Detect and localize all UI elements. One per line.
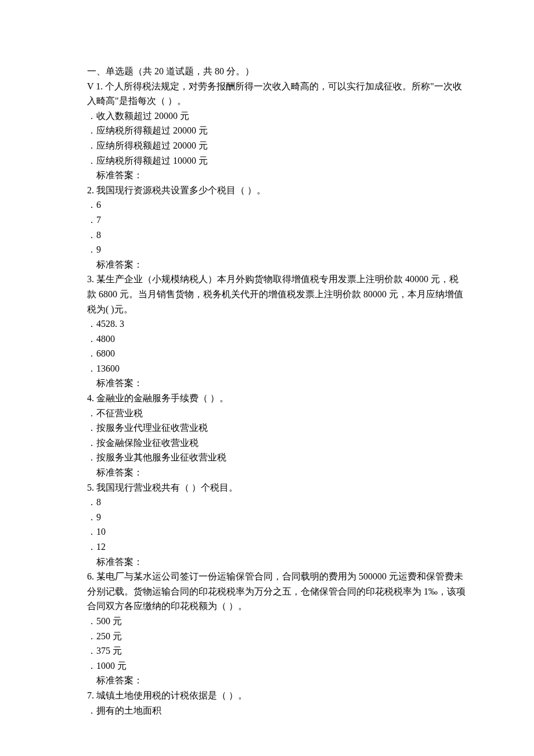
questions-container: V 1. 个人所得税法规定，对劳务报酬所得一次收入畸高的，可以实行加成征收。所称…: [68, 79, 466, 718]
option-line: ．375 元: [68, 643, 466, 658]
question-number: 6.: [87, 571, 94, 581]
question-stem: 7. 城镇土地使用税的计税依据是（ ）。: [68, 688, 466, 703]
question-text: 某电厂与某水运公司签订一份运输保管合同，合同载明的费用为 500000 元运费和…: [87, 571, 466, 611]
question-number: 4.: [87, 393, 94, 403]
option-line: ．10: [68, 524, 466, 539]
option-prefix: ．: [87, 705, 96, 715]
answer-label: 标准答案：: [68, 673, 466, 688]
question-number: V 1.: [87, 81, 103, 91]
option-prefix: ．: [87, 631, 96, 641]
answer-label: 标准答案：: [68, 376, 466, 391]
answer-label: 标准答案：: [68, 257, 466, 272]
option-prefix: ．: [87, 527, 96, 537]
option-line: ．不征营业税: [68, 406, 466, 421]
option-prefix: ．: [87, 661, 96, 671]
option-text: 10: [96, 527, 106, 537]
option-prefix: ．: [87, 334, 96, 344]
option-line: ．9: [68, 510, 466, 525]
option-text: 12: [96, 542, 106, 552]
option-text: 500 元: [96, 616, 122, 626]
option-text: 应纳税所得额超过 10000 元: [96, 156, 208, 165]
option-prefix: ．: [87, 452, 96, 462]
option-prefix: ．: [87, 111, 96, 121]
question-stem: 3. 某生产企业（小规模纳税人）本月外购货物取得增值税专用发票上注明价款 400…: [68, 272, 466, 316]
question-text: 个人所得税法规定，对劳务报酬所得一次收入畸高的，可以实行加成征收。所称"一次收入…: [87, 81, 462, 106]
option-line: ．6800: [68, 346, 466, 361]
option-prefix: ．: [87, 363, 96, 373]
option-prefix: ．: [87, 200, 96, 210]
option-prefix: ．: [87, 438, 96, 448]
option-line: ．12: [68, 539, 466, 555]
option-prefix: ．: [87, 423, 96, 433]
option-line: ．250 元: [68, 629, 466, 644]
option-line: ．500 元: [68, 614, 466, 629]
answer-label: 标准答案：: [68, 465, 466, 480]
option-prefix: ．: [87, 125, 96, 135]
option-text: 6800: [96, 348, 115, 358]
option-line: ．拥有的土地面积: [68, 703, 466, 718]
option-prefix: ．: [87, 156, 96, 165]
question-stem: 4. 金融业的金融服务手续费（ ）。: [68, 391, 466, 406]
option-text: 8: [96, 497, 101, 507]
option-line: ．应纳所得税额超过 20000 元: [68, 138, 466, 153]
option-text: 8: [96, 230, 101, 240]
question-text: 城镇土地使用税的计税依据是（ ）。: [94, 690, 247, 700]
option-text: 应纳税所得额超过 20000 元: [96, 125, 208, 135]
question-stem: 2. 我国现行资源税共设置多少个税目（ ）。: [68, 183, 466, 198]
option-line: ．按金融保险业征收营业税: [68, 435, 466, 451]
question-number: 7.: [87, 690, 94, 700]
question-stem: 6. 某电厂与某水运公司签订一份运输保管合同，合同载明的费用为 500000 元…: [68, 569, 466, 614]
option-text: 6: [96, 200, 101, 210]
option-text: 按金融保险业征收营业税: [96, 438, 199, 448]
question-stem: V 1. 个人所得税法规定，对劳务报酬所得一次收入畸高的，可以实行加成征收。所称…: [68, 79, 466, 109]
option-text: 9: [96, 512, 101, 522]
document-page: 一、单选题（共 20 道试题，共 80 分。） V 1. 个人所得税法规定，对劳…: [0, 0, 534, 756]
question-text: 金融业的金融服务手续费（ ）。: [94, 393, 229, 403]
option-text: 4528. 3: [96, 319, 124, 329]
option-prefix: ．: [87, 616, 96, 626]
option-prefix: ．: [87, 348, 96, 358]
answer-label: 标准答案：: [68, 555, 466, 570]
option-prefix: ．: [87, 141, 96, 150]
option-prefix: ．: [87, 244, 96, 254]
option-prefix: ．: [87, 542, 96, 552]
option-line: ．13600: [68, 361, 466, 376]
question-stem: 5. 我国现行营业税共有（ ）个税目。: [68, 480, 466, 495]
option-prefix: ．: [87, 408, 96, 418]
option-line: ．应纳税所得额超过 20000 元: [68, 123, 466, 138]
option-line: ．4528. 3: [68, 316, 466, 332]
option-prefix: ．: [87, 497, 96, 507]
option-text: 9: [96, 244, 101, 254]
option-text: 13600: [96, 363, 120, 373]
option-line: ．9: [68, 242, 466, 257]
answer-label: 标准答案：: [68, 168, 466, 183]
option-line: ．4800: [68, 332, 466, 347]
option-text: 应纳所得税额超过 20000 元: [96, 141, 208, 150]
option-text: 1000 元: [96, 661, 127, 671]
question-text: 我国现行资源税共设置多少个税目（ ）。: [94, 185, 266, 195]
option-prefix: ．: [87, 512, 96, 522]
option-line: ．收入数额超过 20000 元: [68, 109, 466, 124]
option-line: ．按服务业其他服务业征收营业税: [68, 450, 466, 465]
question-text: 我国现行营业税共有（ ）个税目。: [94, 483, 238, 492]
option-line: ．按服务业代理业征收营业税: [68, 420, 466, 435]
question-number: 3.: [87, 274, 94, 284]
option-text: 不征营业税: [96, 408, 143, 418]
section-header: 一、单选题（共 20 道试题，共 80 分。）: [68, 64, 466, 79]
option-text: 按服务业代理业征收营业税: [96, 423, 208, 433]
option-line: ．8: [68, 495, 466, 510]
option-text: 按服务业其他服务业征收营业税: [96, 452, 226, 462]
option-text: 4800: [96, 334, 115, 344]
option-line: ．应纳税所得额超过 10000 元: [68, 153, 466, 168]
option-line: ．1000 元: [68, 658, 466, 674]
option-prefix: ．: [87, 319, 96, 329]
option-text: 收入数额超过 20000 元: [96, 111, 189, 121]
option-prefix: ．: [87, 646, 96, 656]
option-text: 拥有的土地面积: [96, 705, 161, 715]
option-line: ．7: [68, 213, 466, 228]
option-line: ．6: [68, 197, 466, 213]
option-text: 375 元: [96, 646, 122, 656]
option-prefix: ．: [87, 230, 96, 240]
option-text: 250 元: [96, 631, 122, 641]
question-number: 2.: [87, 185, 94, 195]
